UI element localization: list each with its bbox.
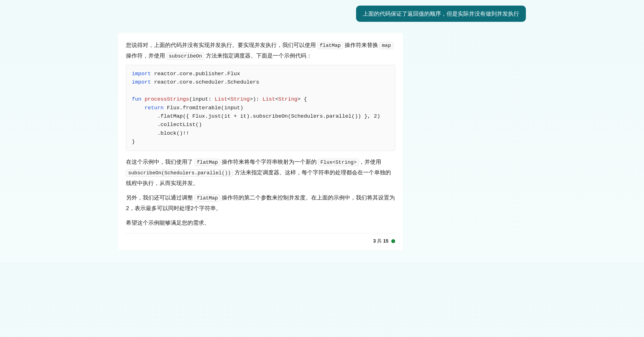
pagination-total: 15 [383, 238, 388, 244]
text-span: 在这个示例中，我们使用了 [126, 159, 195, 165]
assistant-message-card: 您说得对，上面的代码并没有实现并发执行。要实现并发执行，我们可以使用 flatM… [118, 33, 403, 251]
text-span: 操作符，并使用 [126, 53, 167, 59]
pagination-current: 3 [373, 238, 376, 244]
code-text: Flux.fromIterable(input) [164, 105, 243, 111]
user-message-text: 上面的代码保证了返回值的顺序，但是实际并没有做到并发执行 [363, 11, 519, 17]
status-dot-icon[interactable] [391, 239, 395, 243]
chat-container: 上面的代码保证了返回值的顺序，但是实际并没有做到并发执行 您说得对，上面的代码并… [118, 6, 526, 251]
text-span: ，并使用 [359, 159, 381, 165]
code-keyword: import [132, 71, 151, 77]
assistant-paragraph-1: 您说得对，上面的代码并没有实现并发执行。要实现并发执行，我们可以使用 flatM… [126, 40, 395, 61]
code-text: } [132, 139, 135, 145]
text-span: 方法来指定调度器。下面是一个示例代码： [204, 53, 312, 59]
code-text: .collectList() [132, 122, 202, 128]
assistant-paragraph-2: 在这个示例中，我们使用了 flatMap 操作符来将每个字符串映射为一个新的 F… [126, 156, 395, 188]
user-message-row: 上面的代码保证了返回值的顺序，但是实际并没有做到并发执行 [118, 6, 526, 22]
code-keyword: fun [132, 96, 141, 102]
inline-code-flatmap: flatMap [195, 194, 220, 202]
user-message-bubble[interactable]: 上面的代码保证了返回值的顺序，但是实际并没有做到并发执行 [356, 6, 526, 22]
code-text: reactor.core.scheduler.Schedulers [151, 79, 259, 85]
code-text [141, 96, 144, 102]
code-type: String [278, 96, 297, 102]
text-span: 您说得对，上面的代码并没有实现并发执行。要实现并发执行，我们可以使用 [126, 42, 318, 48]
code-type: String [231, 96, 250, 102]
inline-code-subscribeon-parallel: subscribeOn(Schedulers.parallel()) [126, 169, 233, 177]
code-text: .flatMap({ Flux.just(it + it).subscribeO… [132, 113, 380, 119]
code-keyword: return [145, 105, 164, 111]
code-function: processStrings [145, 96, 189, 102]
code-text: reactor.core.publisher.Flux [151, 71, 240, 77]
code-text [132, 105, 145, 111]
code-type: List [214, 96, 227, 102]
text-span: 操作符来替换 [343, 42, 380, 48]
message-footer: 3 共 15 [126, 233, 395, 246]
inline-code-map: map [380, 42, 393, 49]
code-block[interactable]: import reactor.core.publisher.Flux impor… [126, 65, 395, 151]
code-text: >): [250, 96, 263, 102]
code-text: .block()!! [132, 130, 189, 136]
code-text: < [227, 96, 230, 102]
code-text: < [275, 96, 278, 102]
inline-code-flatmap: flatMap [318, 42, 343, 49]
code-text: > { [297, 96, 307, 102]
code-type: List [263, 96, 275, 102]
inline-code-flux-string: Flux<String> [318, 159, 359, 166]
inline-code-subscribeon: subscribeOn [167, 53, 204, 60]
code-keyword: import [132, 79, 151, 85]
assistant-paragraph-4: 希望这个示例能够满足您的需求。 [126, 217, 395, 228]
inline-code-flatmap: flatMap [195, 159, 220, 166]
pagination-count: 3 共 15 [373, 237, 388, 246]
text-span: 操作符来将每个字符串映射为一个新的 [220, 159, 318, 165]
text-span: 另外，我们还可以通过调整 [126, 194, 195, 201]
code-text: (input: [189, 96, 214, 102]
pagination-sep: 共 [376, 238, 383, 244]
assistant-paragraph-3: 另外，我们还可以通过调整 flatMap 操作符的第二个参数来控制并发度。在上面… [126, 192, 395, 213]
